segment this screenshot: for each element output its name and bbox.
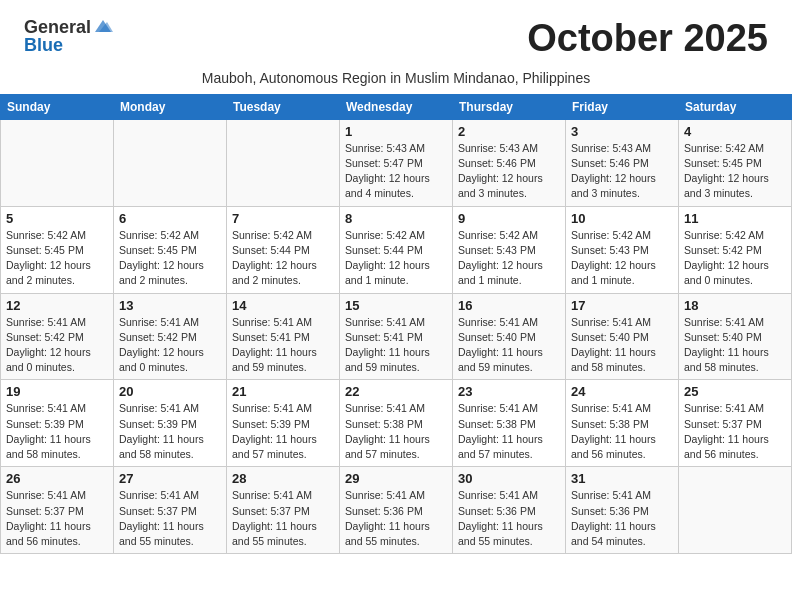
day-detail: Sunrise: 5:42 AM Sunset: 5:45 PM Dayligh… bbox=[684, 141, 786, 202]
calendar-subtitle: Mauboh, Autonomous Region in Muslim Mind… bbox=[0, 68, 792, 94]
calendar-cell: 28Sunrise: 5:41 AM Sunset: 5:37 PM Dayli… bbox=[227, 467, 340, 554]
day-detail: Sunrise: 5:42 AM Sunset: 5:45 PM Dayligh… bbox=[6, 228, 108, 289]
week-row: 26Sunrise: 5:41 AM Sunset: 5:37 PM Dayli… bbox=[1, 467, 792, 554]
day-detail: Sunrise: 5:41 AM Sunset: 5:40 PM Dayligh… bbox=[571, 315, 673, 376]
weekday-header: Sunday bbox=[1, 94, 114, 119]
day-number: 21 bbox=[232, 384, 334, 399]
calendar-cell: 25Sunrise: 5:41 AM Sunset: 5:37 PM Dayli… bbox=[679, 380, 792, 467]
day-number: 13 bbox=[119, 298, 221, 313]
calendar-cell: 31Sunrise: 5:41 AM Sunset: 5:36 PM Dayli… bbox=[566, 467, 679, 554]
calendar-cell: 3Sunrise: 5:43 AM Sunset: 5:46 PM Daylig… bbox=[566, 119, 679, 206]
day-number: 7 bbox=[232, 211, 334, 226]
calendar-cell: 30Sunrise: 5:41 AM Sunset: 5:36 PM Dayli… bbox=[453, 467, 566, 554]
weekday-header: Tuesday bbox=[227, 94, 340, 119]
day-number: 23 bbox=[458, 384, 560, 399]
calendar-cell: 4Sunrise: 5:42 AM Sunset: 5:45 PM Daylig… bbox=[679, 119, 792, 206]
logo-blue-text: Blue bbox=[24, 36, 63, 54]
day-detail: Sunrise: 5:41 AM Sunset: 5:39 PM Dayligh… bbox=[6, 401, 108, 462]
calendar-cell: 11Sunrise: 5:42 AM Sunset: 5:42 PM Dayli… bbox=[679, 206, 792, 293]
calendar-cell: 26Sunrise: 5:41 AM Sunset: 5:37 PM Dayli… bbox=[1, 467, 114, 554]
calendar-cell bbox=[227, 119, 340, 206]
calendar-cell: 5Sunrise: 5:42 AM Sunset: 5:45 PM Daylig… bbox=[1, 206, 114, 293]
week-row: 12Sunrise: 5:41 AM Sunset: 5:42 PM Dayli… bbox=[1, 293, 792, 380]
day-detail: Sunrise: 5:41 AM Sunset: 5:37 PM Dayligh… bbox=[232, 488, 334, 549]
calendar-cell: 29Sunrise: 5:41 AM Sunset: 5:36 PM Dayli… bbox=[340, 467, 453, 554]
logo-icon bbox=[93, 18, 113, 34]
day-number: 12 bbox=[6, 298, 108, 313]
day-detail: Sunrise: 5:41 AM Sunset: 5:41 PM Dayligh… bbox=[232, 315, 334, 376]
day-detail: Sunrise: 5:42 AM Sunset: 5:44 PM Dayligh… bbox=[345, 228, 447, 289]
day-number: 1 bbox=[345, 124, 447, 139]
day-detail: Sunrise: 5:41 AM Sunset: 5:39 PM Dayligh… bbox=[119, 401, 221, 462]
calendar-cell bbox=[114, 119, 227, 206]
day-detail: Sunrise: 5:41 AM Sunset: 5:38 PM Dayligh… bbox=[571, 401, 673, 462]
day-number: 14 bbox=[232, 298, 334, 313]
day-number: 16 bbox=[458, 298, 560, 313]
day-number: 27 bbox=[119, 471, 221, 486]
day-number: 5 bbox=[6, 211, 108, 226]
day-detail: Sunrise: 5:41 AM Sunset: 5:42 PM Dayligh… bbox=[6, 315, 108, 376]
calendar-cell: 21Sunrise: 5:41 AM Sunset: 5:39 PM Dayli… bbox=[227, 380, 340, 467]
calendar-cell: 12Sunrise: 5:41 AM Sunset: 5:42 PM Dayli… bbox=[1, 293, 114, 380]
calendar-cell: 22Sunrise: 5:41 AM Sunset: 5:38 PM Dayli… bbox=[340, 380, 453, 467]
day-number: 24 bbox=[571, 384, 673, 399]
calendar-cell: 19Sunrise: 5:41 AM Sunset: 5:39 PM Dayli… bbox=[1, 380, 114, 467]
day-number: 29 bbox=[345, 471, 447, 486]
week-row: 5Sunrise: 5:42 AM Sunset: 5:45 PM Daylig… bbox=[1, 206, 792, 293]
day-detail: Sunrise: 5:41 AM Sunset: 5:42 PM Dayligh… bbox=[119, 315, 221, 376]
day-detail: Sunrise: 5:41 AM Sunset: 5:37 PM Dayligh… bbox=[6, 488, 108, 549]
day-number: 25 bbox=[684, 384, 786, 399]
day-detail: Sunrise: 5:42 AM Sunset: 5:43 PM Dayligh… bbox=[458, 228, 560, 289]
day-number: 8 bbox=[345, 211, 447, 226]
day-detail: Sunrise: 5:41 AM Sunset: 5:36 PM Dayligh… bbox=[345, 488, 447, 549]
day-number: 19 bbox=[6, 384, 108, 399]
day-number: 3 bbox=[571, 124, 673, 139]
day-number: 4 bbox=[684, 124, 786, 139]
calendar-cell: 23Sunrise: 5:41 AM Sunset: 5:38 PM Dayli… bbox=[453, 380, 566, 467]
day-number: 9 bbox=[458, 211, 560, 226]
calendar-cell: 9Sunrise: 5:42 AM Sunset: 5:43 PM Daylig… bbox=[453, 206, 566, 293]
month-title: October 2025 bbox=[527, 18, 768, 60]
day-number: 15 bbox=[345, 298, 447, 313]
day-detail: Sunrise: 5:41 AM Sunset: 5:37 PM Dayligh… bbox=[119, 488, 221, 549]
day-detail: Sunrise: 5:41 AM Sunset: 5:36 PM Dayligh… bbox=[458, 488, 560, 549]
day-number: 11 bbox=[684, 211, 786, 226]
day-number: 2 bbox=[458, 124, 560, 139]
day-number: 22 bbox=[345, 384, 447, 399]
day-detail: Sunrise: 5:43 AM Sunset: 5:47 PM Dayligh… bbox=[345, 141, 447, 202]
day-number: 31 bbox=[571, 471, 673, 486]
calendar-table: SundayMondayTuesdayWednesdayThursdayFrid… bbox=[0, 94, 792, 554]
week-row: 19Sunrise: 5:41 AM Sunset: 5:39 PM Dayli… bbox=[1, 380, 792, 467]
logo-general-text: General bbox=[24, 18, 91, 36]
day-number: 17 bbox=[571, 298, 673, 313]
calendar-cell: 24Sunrise: 5:41 AM Sunset: 5:38 PM Dayli… bbox=[566, 380, 679, 467]
week-row: 1Sunrise: 5:43 AM Sunset: 5:47 PM Daylig… bbox=[1, 119, 792, 206]
logo: General Blue bbox=[24, 18, 113, 54]
weekday-header: Saturday bbox=[679, 94, 792, 119]
calendar-cell: 7Sunrise: 5:42 AM Sunset: 5:44 PM Daylig… bbox=[227, 206, 340, 293]
calendar-cell: 14Sunrise: 5:41 AM Sunset: 5:41 PM Dayli… bbox=[227, 293, 340, 380]
day-detail: Sunrise: 5:41 AM Sunset: 5:40 PM Dayligh… bbox=[684, 315, 786, 376]
calendar-cell bbox=[1, 119, 114, 206]
day-number: 26 bbox=[6, 471, 108, 486]
day-number: 10 bbox=[571, 211, 673, 226]
day-detail: Sunrise: 5:43 AM Sunset: 5:46 PM Dayligh… bbox=[571, 141, 673, 202]
calendar-cell: 20Sunrise: 5:41 AM Sunset: 5:39 PM Dayli… bbox=[114, 380, 227, 467]
day-detail: Sunrise: 5:41 AM Sunset: 5:36 PM Dayligh… bbox=[571, 488, 673, 549]
weekday-header: Friday bbox=[566, 94, 679, 119]
calendar-cell: 6Sunrise: 5:42 AM Sunset: 5:45 PM Daylig… bbox=[114, 206, 227, 293]
day-detail: Sunrise: 5:42 AM Sunset: 5:42 PM Dayligh… bbox=[684, 228, 786, 289]
page-header: General Blue October 2025 bbox=[0, 0, 792, 68]
day-detail: Sunrise: 5:41 AM Sunset: 5:41 PM Dayligh… bbox=[345, 315, 447, 376]
calendar-cell: 13Sunrise: 5:41 AM Sunset: 5:42 PM Dayli… bbox=[114, 293, 227, 380]
day-detail: Sunrise: 5:41 AM Sunset: 5:37 PM Dayligh… bbox=[684, 401, 786, 462]
weekday-header: Thursday bbox=[453, 94, 566, 119]
weekday-header: Monday bbox=[114, 94, 227, 119]
calendar-cell: 27Sunrise: 5:41 AM Sunset: 5:37 PM Dayli… bbox=[114, 467, 227, 554]
day-detail: Sunrise: 5:41 AM Sunset: 5:40 PM Dayligh… bbox=[458, 315, 560, 376]
day-number: 30 bbox=[458, 471, 560, 486]
day-detail: Sunrise: 5:41 AM Sunset: 5:38 PM Dayligh… bbox=[345, 401, 447, 462]
day-detail: Sunrise: 5:43 AM Sunset: 5:46 PM Dayligh… bbox=[458, 141, 560, 202]
calendar-cell: 17Sunrise: 5:41 AM Sunset: 5:40 PM Dayli… bbox=[566, 293, 679, 380]
calendar-cell bbox=[679, 467, 792, 554]
